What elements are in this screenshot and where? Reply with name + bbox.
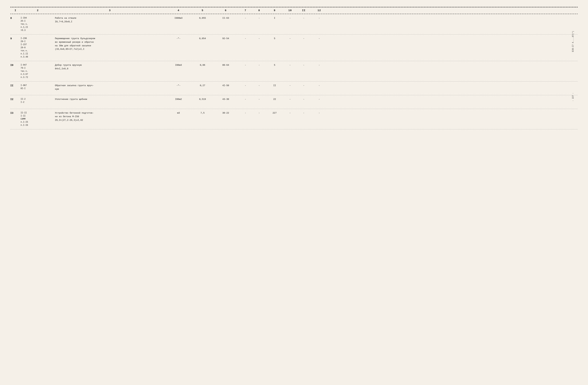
- table-row: II I-967 8I-I Обратная засыпка грунта вр…: [10, 81, 578, 95]
- row-number: 8: [10, 17, 21, 20]
- row-description: Работа на отвале I0,7+9,26x0,I: [55, 17, 165, 24]
- row-unit: м3: [165, 111, 192, 114]
- row-col11: -: [297, 17, 311, 20]
- row-col10: -: [283, 63, 297, 66]
- col-header-1: I: [10, 9, 21, 12]
- row-unit: I00м2: [165, 98, 192, 101]
- row-col7: -: [239, 111, 252, 114]
- col-header-2: 2: [21, 9, 55, 12]
- row-unit: I000м3: [165, 17, 192, 20]
- row-col8: -: [252, 37, 266, 40]
- row-reference: I-I94 25-I тex.ч. п.I,II тб.3: [21, 17, 55, 32]
- table-row: I3 II-II I-II СИММ п.I-I5 п.I-I6 Устройс…: [10, 109, 578, 129]
- row-col8: -: [252, 63, 266, 66]
- row-col9: I: [266, 17, 283, 20]
- table-row: I0 I-947 79-I тax.ч. п.3.67 п.3.72 Добор…: [10, 61, 578, 81]
- row-col11: -: [297, 37, 311, 40]
- row-col9: 5: [266, 37, 283, 40]
- row-col12: -: [311, 63, 328, 66]
- row-col7: -: [239, 37, 252, 40]
- row-quantity: 7,5: [192, 111, 213, 114]
- row-quantity: 0,519: [192, 98, 213, 101]
- row-reference: I-230 29-I I-237 29-8 тox.ч. п.I.II п.3.…: [21, 37, 55, 59]
- col-header-6: 6: [213, 9, 239, 12]
- row-col10: -: [283, 98, 297, 101]
- col-header-3: 3: [55, 9, 165, 12]
- table-row: I2 II-2 I-2 Уплотнение грунта щебнем I00…: [10, 95, 578, 109]
- col-header-9: 9: [266, 9, 283, 12]
- row-price: II-63: [213, 17, 239, 20]
- row-description: Устройство бетонной подготов- ки из бето…: [55, 111, 165, 122]
- side-annotation-2: - 227 -: [572, 93, 574, 101]
- row-quantity: 0,06: [192, 63, 213, 66]
- row-col7: -: [239, 17, 252, 20]
- row-reference: II-2 I-2: [21, 98, 55, 104]
- row-description: Уплотнение грунта щебнем: [55, 98, 165, 101]
- rows-container: 8 I-I94 25-I тex.ч. п.I,II тб.3 Работа н…: [10, 14, 578, 129]
- row-col12: -: [311, 98, 328, 101]
- col-header-8: 8: [252, 9, 266, 12]
- row-col12: -: [311, 37, 328, 40]
- table-row: 8 I-I94 25-I тex.ч. п.I,II тб.3 Работа н…: [10, 14, 578, 35]
- row-col11: -: [297, 111, 311, 114]
- row-quantity: 0,055: [192, 17, 213, 20]
- row-col12: -: [311, 111, 328, 114]
- row-col8: -: [252, 98, 266, 101]
- row-col9: II: [266, 84, 283, 87]
- row-number: I2: [10, 98, 21, 101]
- row-col8: -: [252, 111, 266, 114]
- row-quantity: 0,27: [192, 84, 213, 87]
- row-col10: -: [283, 84, 297, 87]
- row-reference: II-II I-II СИММ п.I-I5 п.I-I6: [21, 111, 55, 127]
- col-header-10: 10: [283, 9, 297, 12]
- row-col8: -: [252, 17, 266, 20]
- row-col9: 5: [266, 63, 283, 66]
- row-price: 4I-50: [213, 84, 239, 87]
- row-col7: -: [239, 98, 252, 101]
- row-number: I3: [10, 111, 21, 115]
- row-number: II: [10, 84, 21, 87]
- col-header-7: 7: [239, 9, 252, 12]
- col-header-4: 4: [165, 9, 192, 12]
- row-reference: I-967 8I-I: [21, 84, 55, 90]
- page-container: I 2 3 4 5 6 7 8 9 10 II 12 8 I-I94 25-I …: [10, 7, 578, 377]
- row-description: Перемещение грунта бульдозером во времен…: [55, 37, 165, 51]
- row-description: Обратная засыпка грунта вруч- ную: [55, 84, 165, 91]
- col-header-11: II: [297, 9, 311, 12]
- row-unit: I00м3: [165, 63, 192, 66]
- row-col12: -: [311, 17, 328, 20]
- row-quantity: 0,054: [192, 37, 213, 40]
- row-col7: -: [239, 63, 252, 66]
- row-col8: -: [252, 84, 266, 87]
- row-col7: -: [239, 84, 252, 87]
- column-headers: I 2 3 4 5 6 7 8 9 10 II 12: [10, 7, 578, 14]
- row-col10: -: [283, 37, 297, 40]
- row-unit: -"-: [165, 84, 192, 87]
- row-price: 43-30: [213, 98, 239, 101]
- col-header-12: 12: [311, 9, 328, 12]
- row-col10: -: [283, 111, 297, 114]
- col-header-5: 5: [192, 9, 213, 12]
- row-col9: 22: [266, 98, 283, 101]
- row-col11: -: [297, 98, 311, 101]
- row-price: 80-64: [213, 63, 239, 66]
- row-col12: -: [311, 84, 328, 87]
- row-number: 9: [10, 37, 21, 40]
- table-row: 9 I-230 29-I I-237 29-8 тox.ч. п.I.II п.…: [10, 35, 578, 61]
- row-number: I0: [10, 63, 21, 67]
- row-price: 30-22: [213, 111, 239, 114]
- row-description: Добор грунта вручную 84xI,2x0,8: [55, 63, 165, 71]
- row-unit: -"-: [165, 37, 192, 40]
- row-col10: -: [283, 17, 297, 20]
- row-col11: -: [297, 84, 311, 87]
- row-price: 92-54: [213, 37, 239, 40]
- side-annotation-1: ЕЭЗ-I7 4....87(*): [572, 31, 574, 52]
- row-reference: I-947 79-I тax.ч. п.3.67 п.3.72: [21, 63, 55, 79]
- row-col9: 227: [266, 111, 283, 114]
- row-col11: -: [297, 63, 311, 66]
